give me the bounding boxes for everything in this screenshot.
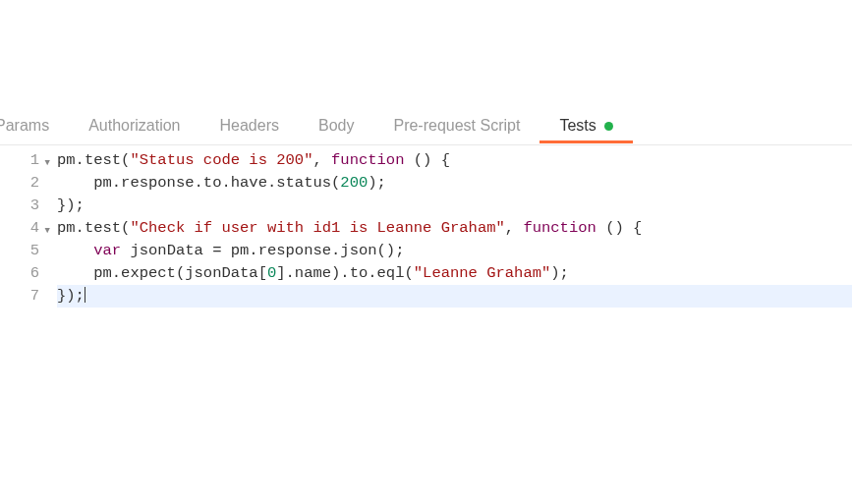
code-line: pm.test("Check if user with id1 is Leann… — [57, 217, 852, 240]
code-content[interactable]: pm.test("Status code is 200", function (… — [43, 149, 852, 308]
active-tab-underline — [540, 140, 633, 143]
code-line: pm.test("Status code is 200", function (… — [57, 149, 852, 172]
fold-icon[interactable]: ▼ — [45, 220, 50, 243]
tab-params[interactable]: Params — [0, 109, 69, 142]
text-cursor — [85, 287, 85, 303]
tab-headers[interactable]: Headers — [200, 109, 299, 142]
gutter-line: 6 — [0, 262, 39, 285]
gutter-line: 3 — [0, 195, 39, 217]
gutter-line: 2 — [0, 172, 39, 195]
gutter-line: 4▼ — [0, 217, 39, 240]
code-line: pm.response.to.have.status(200); — [57, 172, 852, 195]
fold-icon[interactable]: ▼ — [45, 152, 50, 175]
gutter-line: 5 — [0, 240, 39, 262]
tab-authorization[interactable]: Authorization — [69, 109, 199, 142]
tab-tests-label: Tests — [559, 117, 596, 134]
tab-body[interactable]: Body — [299, 109, 373, 142]
active-dot-icon — [604, 122, 613, 131]
line-number-gutter: 1▼ 2 3 4▼ 5 6 7 — [0, 149, 43, 308]
empty-top-region — [0, 0, 852, 106]
code-line: var jsonData = pm.response.json(); — [57, 240, 852, 262]
code-line: pm.expect(jsonData[0].name).to.eql("Lean… — [57, 262, 852, 285]
gutter-line: 1▼ — [0, 149, 39, 172]
code-line-active: }); — [57, 285, 852, 308]
tab-pre-request-script[interactable]: Pre-request Script — [373, 109, 540, 142]
request-tab-bar: Params Authorization Headers Body Pre-re… — [0, 106, 852, 145]
code-line: }); — [57, 195, 852, 217]
tab-tests[interactable]: Tests — [540, 109, 633, 142]
code-editor[interactable]: 1▼ 2 3 4▼ 5 6 7 pm.test("Status code is … — [0, 145, 852, 308]
gutter-line: 7 — [0, 285, 39, 308]
